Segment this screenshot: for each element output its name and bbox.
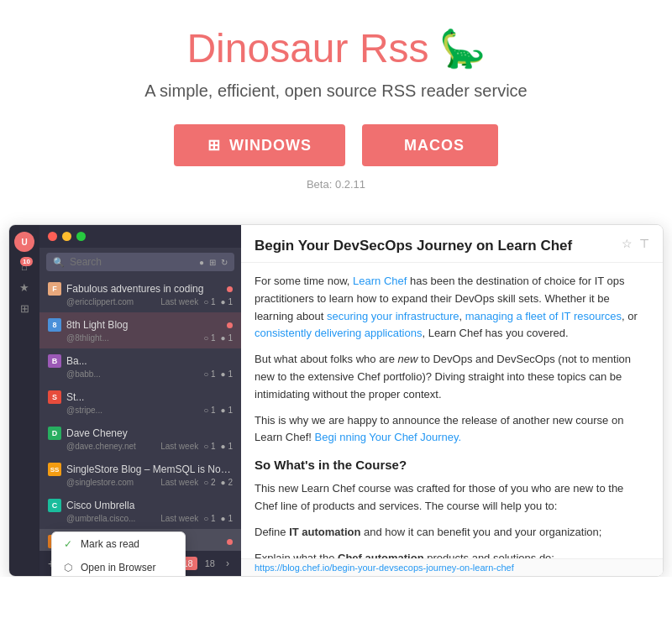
context-open-browser-label: Open in Browser xyxy=(81,562,155,573)
article-header-icons: ☆ ⊤ xyxy=(622,237,649,250)
article-para-4: This new Learn Chef course was crafted f… xyxy=(255,480,649,516)
feed-name: Cisco Umbrella xyxy=(66,500,233,511)
article-header: Begin Your DevSecOps Journey on Learn Ch… xyxy=(241,225,663,263)
article-footer-url: https://blog.chef.io/begin-your-devsecop… xyxy=(241,558,663,576)
window-titlebar xyxy=(39,225,241,248)
feed-unread-count: ● 2 xyxy=(221,478,233,487)
feed-count: ○ 1 xyxy=(203,369,215,379)
search-input[interactable] xyxy=(70,256,194,268)
feed-domain: @ericclippert.com xyxy=(66,297,155,306)
article-body: For some time now, Learn Chef has been t… xyxy=(241,263,663,558)
feed-count: ○ 1 xyxy=(203,333,215,343)
macos-button[interactable]: MACOS xyxy=(362,124,498,166)
feed-domain: @umbrella.cisco... xyxy=(66,514,155,523)
article-para-3: This is why we are happy to announce the… xyxy=(255,412,649,448)
unread-dot xyxy=(227,539,233,545)
unread-dot xyxy=(227,322,233,328)
page-18[interactable]: 18 xyxy=(201,557,219,570)
feed-favicon: 8 xyxy=(48,318,61,332)
feed-domain: @babb... xyxy=(66,369,198,379)
feed-item[interactable]: B Ba... @babb... ○ 1 ● 1 xyxy=(39,348,241,385)
feed-count: ○ 1 xyxy=(203,442,215,451)
app-title: Dinosaur Rss 🦕 xyxy=(17,25,655,71)
feed-unread-count: ● 1 xyxy=(221,297,233,306)
strip-icon-grid[interactable]: ⊞ xyxy=(20,302,29,315)
notification-badge: 10 xyxy=(20,257,33,266)
feed-favicon: S xyxy=(48,390,61,404)
securing-link[interactable]: securing your infrastructure xyxy=(327,310,459,322)
feed-item[interactable]: S St... @stripe... ○ 1 ● 1 xyxy=(39,385,241,421)
context-menu: ✓ Mark as read ⬡ Open in Browser ↻ Sync … xyxy=(51,531,186,577)
feed-item-singlestore[interactable]: SS SingleStore Blog – MemSQL is Now Sin.… xyxy=(39,457,241,493)
article-content: Begin Your DevSecOps Journey on Learn Ch… xyxy=(241,225,663,576)
windows-button[interactable]: ⊞ WINDOWS xyxy=(174,124,345,166)
feed-list: F Fabulous adventures in coding @ericcli… xyxy=(39,276,241,551)
article-para-2: But what about folks who are new to DevO… xyxy=(255,351,649,403)
hero-section: Dinosaur Rss 🦕 A simple, efficient, open… xyxy=(0,0,672,577)
feed-name: SingleStore Blog – MemSQL is Now Sin... xyxy=(66,463,233,475)
feed-name: Fabulous adventures in coding xyxy=(66,283,222,295)
feed-domain: @dave.cheney.net xyxy=(66,442,155,451)
app-screenshot: U ⌂ 10 ★ ⊞ 🔍 ● ⊞ ↻ xyxy=(8,224,664,577)
feed-time: Last week xyxy=(160,478,198,487)
feed-time: Last week xyxy=(160,297,198,306)
article-title: Begin Your DevSecOps Journey on Learn Ch… xyxy=(255,237,612,255)
feed-time: Last week xyxy=(160,514,198,523)
feed-favicon: C xyxy=(48,499,61,512)
managing-link[interactable]: managing a fleet of IT resources xyxy=(465,310,622,322)
delivering-link[interactable]: consistently delivering applications xyxy=(255,327,422,339)
feed-item[interactable]: F Fabulous adventures in coding @ericcli… xyxy=(39,276,241,312)
feed-item-8th-light[interactable]: 8 8th Light Blog @8thlight... ○ 1 ● 1 xyxy=(39,312,241,348)
strip-icon-star[interactable]: ★ xyxy=(19,281,29,294)
check-icon: ✓ xyxy=(62,538,74,550)
feed-count: ○ 1 xyxy=(203,514,215,523)
minimize-button[interactable] xyxy=(62,232,71,241)
article-bullet-2: Explain what the Chef automation product… xyxy=(255,550,649,558)
feed-name: Dave Cheney xyxy=(66,427,233,439)
context-mark-read[interactable]: ✓ Mark as read xyxy=(52,532,185,556)
windows-icon: ⊞ xyxy=(207,136,221,154)
context-mark-read-label: Mark as read xyxy=(81,538,139,550)
feed-count: ○ 1 xyxy=(203,406,215,415)
next-page-button[interactable]: › xyxy=(223,556,233,571)
feed-item-cisco[interactable]: C Cisco Umbrella @umbrella.cisco... Last… xyxy=(39,493,241,529)
dot-icon: ● xyxy=(199,258,204,267)
strip-icon-home[interactable]: ⌂ 10 xyxy=(21,260,28,273)
article-subheading: So What's in the Course? xyxy=(255,455,649,475)
pin-icon[interactable]: ⊤ xyxy=(639,237,649,250)
learn-chef-link[interactable]: Learn Chef xyxy=(353,275,407,287)
browser-icon: ⬡ xyxy=(62,562,74,573)
feed-count: ○ 1 xyxy=(203,297,215,306)
feed-count: ○ 0 xyxy=(203,550,215,551)
feed-unread-count: ● 1 xyxy=(221,333,233,343)
grid-icon: ⊞ xyxy=(209,258,216,267)
feed-name: St... xyxy=(66,391,233,403)
dino-icon: 🦕 xyxy=(439,27,486,71)
feed-unread-count: ● 1 xyxy=(221,406,233,415)
refresh-icon: ↻ xyxy=(221,258,228,267)
close-button[interactable] xyxy=(48,232,57,241)
feed-favicon: D xyxy=(48,427,61,440)
download-buttons: ⊞ WINDOWS MACOS xyxy=(17,124,655,166)
macos-label: MACOS xyxy=(404,137,465,154)
feed-unread-count: ● 1 xyxy=(221,514,233,523)
feed-unread-count: ● 1 xyxy=(221,369,233,379)
feed-sidebar: 🔍 ● ⊞ ↻ F Fabulous adventures in coding … xyxy=(39,225,241,576)
feed-domain: @stripe... xyxy=(66,406,198,415)
feed-item-dave-cheney[interactable]: D Dave Cheney @dave.cheney.net Last week… xyxy=(39,421,241,457)
windows-label: WINDOWS xyxy=(229,137,312,154)
feed-unread-count: ● 0 xyxy=(221,550,233,551)
beta-version: Beta: 0.2.11 xyxy=(17,178,655,191)
article-bullet-1: Define IT automation and how it can bene… xyxy=(255,524,649,542)
feed-favicon: B xyxy=(48,354,61,368)
search-icon: 🔍 xyxy=(53,257,65,268)
subtitle: A simple, efficient, open source RSS rea… xyxy=(17,81,655,101)
maximize-button[interactable] xyxy=(76,232,86,241)
search-bar[interactable]: 🔍 ● ⊞ ↻ xyxy=(46,253,234,271)
user-avatar[interactable]: U xyxy=(14,232,34,252)
bookmark-icon[interactable]: ☆ xyxy=(622,237,633,250)
feed-domain: @8thlight... xyxy=(66,333,198,343)
beginning-link[interactable]: Begi nning Your Chef Journey. xyxy=(315,431,462,443)
feed-favicon: SS xyxy=(48,463,61,476)
context-open-browser[interactable]: ⬡ Open in Browser xyxy=(52,556,185,577)
